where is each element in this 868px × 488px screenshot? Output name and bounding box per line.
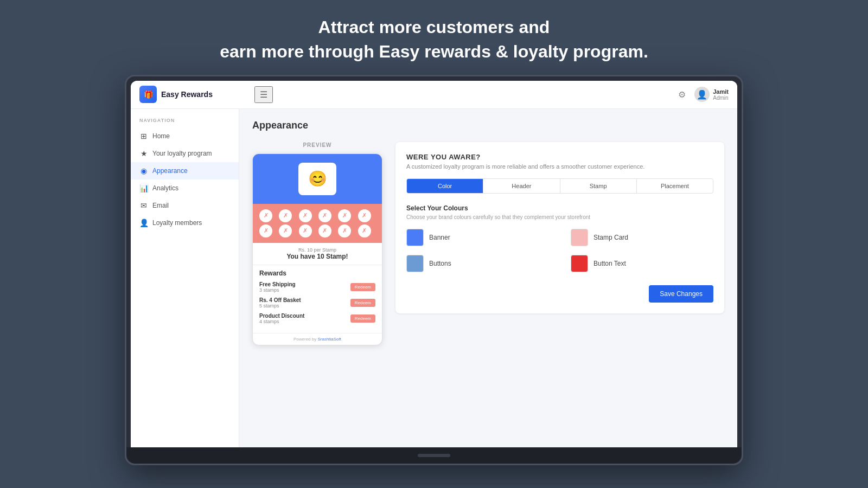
laptop-frame: 🎁 Easy Rewards ☰ ⚙ 👤 Jamit Admin xyxy=(125,75,743,465)
stamp-7: ✗ xyxy=(259,224,272,237)
headline: Attract more customers and earn more thr… xyxy=(220,0,648,75)
reward-name-2: Product Discount xyxy=(259,313,350,319)
stamp-11: ✗ xyxy=(338,224,351,237)
laptop-screen: 🎁 Easy Rewards ☰ ⚙ 👤 Jamit Admin xyxy=(131,81,737,447)
reward-name-0: Free Shipping xyxy=(259,281,350,287)
stamp-6: ✗ xyxy=(358,209,371,222)
main-layout: NAVIGATION ⊞ Home ★ Your loyalty program… xyxy=(131,109,737,447)
hamburger-button[interactable]: ☰ xyxy=(254,86,273,103)
appearance-icon: ◉ xyxy=(139,166,148,175)
tab-stamp[interactable]: Stamp xyxy=(560,179,637,193)
rewards-title: Rewards xyxy=(259,269,375,277)
app-name: Easy Rewards xyxy=(161,90,213,99)
phone-header: 😊 xyxy=(253,154,382,204)
laptop-notch xyxy=(418,454,450,457)
top-nav: 🎁 Easy Rewards ☰ ⚙ 👤 Jamit Admin xyxy=(131,81,737,109)
colors-section-desc: Choose your brand colours carefully so t… xyxy=(406,214,713,220)
reward-stamps-2: 4 stamps xyxy=(259,319,350,324)
sidebar-item-appearance-label: Appearance xyxy=(152,167,188,175)
preview-panel: PREVIEW 😊 xyxy=(252,142,382,345)
stamp-9: ✗ xyxy=(299,224,312,237)
stamp-1: ✗ xyxy=(259,209,272,222)
preview-label: PREVIEW xyxy=(252,142,382,148)
button-text-label: Button Text xyxy=(593,260,626,267)
sidebar-item-home-label: Home xyxy=(152,132,170,140)
buttons-swatch[interactable] xyxy=(406,255,424,272)
colors-section-title: Select Your Colours xyxy=(406,204,713,212)
logo-area: 🎁 Easy Rewards xyxy=(139,86,248,103)
logo-emoji: 🎁 xyxy=(144,90,153,99)
user-area[interactable]: 👤 Jamit Admin xyxy=(694,87,729,102)
content-grid: PREVIEW 😊 xyxy=(252,142,724,345)
reward-name-1: Rs. 4 Off Basket xyxy=(259,297,350,303)
members-icon: 👤 xyxy=(139,219,148,227)
redeem-btn-1[interactable]: Redeem xyxy=(350,299,375,307)
user-role: Admin xyxy=(713,95,729,101)
laptop-wrapper: 🎁 Easy Rewards ☰ ⚙ 👤 Jamit Admin xyxy=(125,75,743,465)
banner-label: Banner xyxy=(429,234,450,241)
headline-line2: earn more through Easy rewards & loyalty… xyxy=(220,42,648,61)
sidebar-item-loyalty[interactable]: ★ Your loyalty program xyxy=(131,145,239,162)
user-avatar: 👤 xyxy=(694,87,710,102)
sidebar-item-email[interactable]: ✉ Email xyxy=(131,197,239,214)
stamp-count: You have 10 Stamp! xyxy=(259,253,375,260)
reward-info-1: Rs. 4 Off Basket 5 stamps xyxy=(259,297,350,309)
tab-color[interactable]: Color xyxy=(407,179,483,193)
laptop-base xyxy=(126,447,742,464)
sidebar-item-loyalty-label: Your loyalty program xyxy=(152,150,212,157)
buttons-label: Buttons xyxy=(429,260,451,267)
user-name: Jamit xyxy=(713,88,729,95)
save-changes-button[interactable]: Save Changes xyxy=(649,285,713,303)
button-text-swatch[interactable] xyxy=(571,255,588,272)
content-area: Appearance PREVIEW 😊 xyxy=(239,109,737,447)
sidebar-item-home[interactable]: ⊞ Home xyxy=(131,127,239,145)
reward-row-2: Product Discount 4 stamps Redeem xyxy=(259,313,375,324)
stamp-12: ✗ xyxy=(358,224,371,237)
tab-header[interactable]: Header xyxy=(483,179,560,193)
color-item-buttons: Buttons xyxy=(406,255,549,272)
sidebar: NAVIGATION ⊞ Home ★ Your loyalty program… xyxy=(131,109,239,447)
sidebar-item-analytics[interactable]: 📊 Analytics xyxy=(131,179,239,197)
banner-swatch[interactable] xyxy=(406,229,424,246)
sidebar-item-appearance[interactable]: ◉ Appearance xyxy=(131,162,239,179)
color-grid: Banner Stamp Card Buttons xyxy=(406,229,713,272)
sidebar-item-members[interactable]: 👤 Loyalty members xyxy=(131,214,239,232)
tab-placement[interactable]: Placement xyxy=(637,179,713,193)
stamp-4: ✗ xyxy=(318,209,331,222)
app-container: 🎁 Easy Rewards ☰ ⚙ 👤 Jamit Admin xyxy=(131,81,737,447)
stamp-card-swatch[interactable] xyxy=(571,229,588,246)
rewards-section: Rewards Free Shipping 3 stamps Redeem xyxy=(253,265,382,333)
sidebar-item-members-label: Loyalty members xyxy=(152,219,202,227)
aware-desc: A customized loyalty program is more rel… xyxy=(406,163,713,170)
stamp-card-label: Stamp Card xyxy=(593,234,628,241)
user-info: Jamit Admin xyxy=(713,88,729,101)
redeem-btn-0[interactable]: Redeem xyxy=(350,283,375,291)
stamp-info: Rs. 10 per Stamp You have 10 Stamp! xyxy=(253,243,382,265)
save-row: Save Changes xyxy=(406,285,713,303)
powered-by: Powered by SrashtiaSoft xyxy=(253,333,382,345)
email-icon: ✉ xyxy=(139,201,148,210)
sidebar-item-email-label: Email xyxy=(152,202,169,209)
stamp-3: ✗ xyxy=(299,209,312,222)
sidebar-item-analytics-label: Analytics xyxy=(152,184,178,192)
analytics-icon: 📊 xyxy=(139,184,148,192)
stamp-per: Rs. 10 per Stamp xyxy=(259,247,375,253)
aware-title: WERE YOU AWARE? xyxy=(406,153,713,161)
home-icon: ⊞ xyxy=(139,132,148,140)
reward-info-0: Free Shipping 3 stamps xyxy=(259,281,350,293)
loyalty-icon: ★ xyxy=(139,149,148,158)
page-title: Appearance xyxy=(252,120,724,131)
stamp-5: ✗ xyxy=(338,209,351,222)
reward-stamps-0: 3 stamps xyxy=(259,287,350,293)
reward-info-2: Product Discount 4 stamps xyxy=(259,313,350,324)
settings-panel: WERE YOU AWARE? A customized loyalty pro… xyxy=(395,142,724,313)
phone-mockup: 😊 ✗ ✗ ✗ ✗ ✗ xyxy=(252,153,382,345)
nav-label: NAVIGATION xyxy=(131,118,239,127)
reward-stamps-1: 5 stamps xyxy=(259,303,350,309)
redeem-btn-2[interactable]: Redeem xyxy=(350,314,375,323)
tabs-bar: Color Header Stamp Placement xyxy=(406,178,713,194)
stamp-grid-area: ✗ ✗ ✗ ✗ ✗ ✗ ✗ ✗ ✗ ✗ xyxy=(253,204,382,243)
nav-icons: ⚙ 👤 Jamit Admin xyxy=(678,87,729,102)
settings-icon[interactable]: ⚙ xyxy=(678,89,686,100)
logo-icon: 🎁 xyxy=(139,86,157,103)
